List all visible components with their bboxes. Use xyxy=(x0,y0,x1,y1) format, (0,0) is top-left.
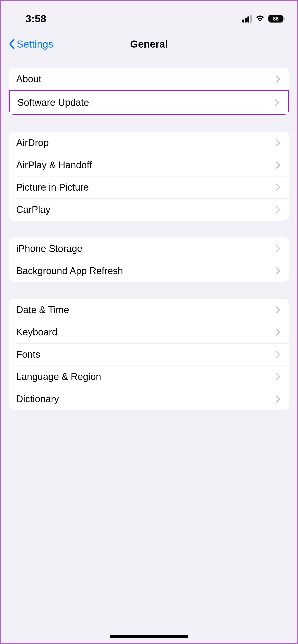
row-label: CarPlay xyxy=(16,204,50,215)
settings-group-1: About Software Update xyxy=(9,68,289,115)
row-label: Fonts xyxy=(16,349,40,360)
chevron-right-icon xyxy=(276,306,280,314)
status-bar: 3:58 88 xyxy=(1,1,297,31)
chevron-right-icon xyxy=(276,184,280,191)
row-iphone-storage[interactable]: iPhone Storage xyxy=(9,237,289,260)
row-picture-in-picture[interactable]: Picture in Picture xyxy=(9,176,289,198)
page-title: General xyxy=(130,38,168,50)
row-label: Background App Refresh xyxy=(16,266,123,276)
chevron-right-icon xyxy=(276,373,280,380)
row-software-update[interactable]: Software Update xyxy=(10,91,288,114)
row-dictionary[interactable]: Dictionary xyxy=(9,388,289,410)
row-keyboard[interactable]: Keyboard xyxy=(9,321,289,343)
row-label: Software Update xyxy=(17,97,89,108)
row-language-region[interactable]: Language & Region xyxy=(9,366,289,388)
row-label: Picture in Picture xyxy=(16,182,89,193)
back-label: Settings xyxy=(17,38,53,50)
row-label: About xyxy=(16,74,41,85)
chevron-right-icon xyxy=(276,75,280,83)
row-airdrop[interactable]: AirDrop xyxy=(9,132,289,154)
battery-level: 88 xyxy=(268,15,283,23)
home-indicator[interactable] xyxy=(110,635,188,638)
chevron-right-icon xyxy=(276,328,280,336)
settings-group-4: Date & Time Keyboard Fonts Language & Re… xyxy=(9,299,289,410)
row-background-app-refresh[interactable]: Background App Refresh xyxy=(9,260,289,282)
nav-bar: Settings General xyxy=(1,31,297,57)
chevron-right-icon xyxy=(276,395,280,403)
row-label: Dictionary xyxy=(16,394,59,405)
row-carplay[interactable]: CarPlay xyxy=(9,198,289,221)
battery-icon: 88 xyxy=(268,15,283,23)
chevron-right-icon xyxy=(276,139,280,147)
row-fonts[interactable]: Fonts xyxy=(9,343,289,366)
row-label: AirPlay & Handoff xyxy=(16,160,92,171)
chevron-right-icon xyxy=(276,161,280,169)
content: About Software Update AirDrop AirPlay & … xyxy=(1,57,297,410)
cellular-signal-icon xyxy=(242,15,252,23)
wifi-icon xyxy=(255,15,265,23)
back-button[interactable]: Settings xyxy=(8,38,53,50)
chevron-right-icon xyxy=(276,267,280,275)
settings-group-2: AirDrop AirPlay & Handoff Picture in Pic… xyxy=(9,132,289,221)
chevron-right-icon xyxy=(276,206,280,213)
settings-group-3: iPhone Storage Background App Refresh xyxy=(9,237,289,282)
highlight-software-update: Software Update xyxy=(9,90,289,115)
row-label: Date & Time xyxy=(16,305,69,315)
row-label: Language & Region xyxy=(16,371,101,382)
row-date-time[interactable]: Date & Time xyxy=(9,299,289,321)
row-airplay-handoff[interactable]: AirPlay & Handoff xyxy=(9,154,289,176)
row-label: iPhone Storage xyxy=(16,243,82,254)
row-label: AirDrop xyxy=(16,137,49,148)
chevron-left-icon xyxy=(8,38,16,50)
chevron-right-icon xyxy=(276,245,280,252)
chevron-right-icon xyxy=(276,351,280,358)
status-right: 88 xyxy=(242,15,283,23)
status-time: 3:58 xyxy=(15,13,46,25)
row-label: Keyboard xyxy=(16,327,57,338)
chevron-right-icon xyxy=(274,99,279,106)
row-about[interactable]: About xyxy=(9,68,289,90)
